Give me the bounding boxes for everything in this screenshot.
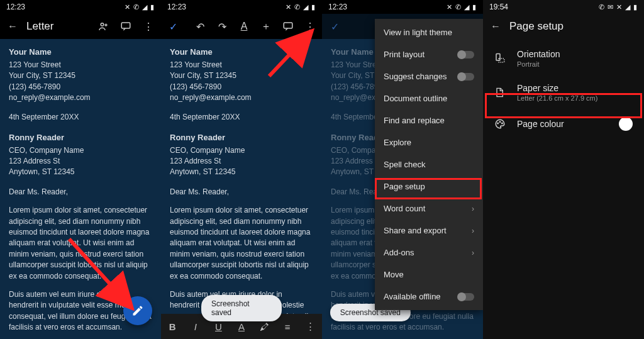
sender-phone: (123) 456-7890 [9,82,152,92]
orientation-icon [494,53,507,64]
menu-suggest-changes[interactable]: Suggest changes [375,65,483,87]
phone-screen-1: 12:23 ✕ ✆ ◢ ▮ ← Letter ⋮ Your Name 123 Y… [0,0,161,339]
toggle-icon[interactable] [458,73,474,81]
redo-icon[interactable]: ↷ [214,18,231,35]
chevron-right-icon: › [472,226,474,235]
share-person-icon[interactable] [94,18,112,35]
sender-street: 123 Your Street [9,60,152,70]
toggle-icon[interactable] [458,293,474,301]
menu-find-replace[interactable]: Find and replace [375,109,483,131]
orientation-value: Portrait [517,60,560,68]
bold-button[interactable]: B [164,321,181,332]
done-check-icon[interactable]: ✓ [326,18,343,35]
annotation-highlight-page-setup [375,178,482,199]
chevron-right-icon: › [472,204,474,213]
palette-icon [494,118,507,130]
svg-point-7 [497,123,499,124]
svg-point-8 [499,121,501,123]
status-bar: 19:54 ✆ ✉ ✕ ◢ ▮ [483,0,644,14]
phone-screen-4: 19:54 ✆ ✉ ✕ ◢ ▮ ← Page setup Orientation… [483,0,644,339]
overflow-menu: View in light theme Print layout Suggest… [375,19,483,310]
chevron-right-icon: › [472,248,474,257]
comment-icon[interactable] [117,18,135,35]
recipient-street: 123 Address St [9,156,152,167]
italic-button[interactable]: I [187,321,204,332]
align-button[interactable]: ≡ [279,321,296,332]
recipient-city: Anytown, ST 12345 [9,167,152,177]
menu-move[interactable]: Move [375,264,483,286]
phone-screen-2: 12:23 ✕ ✆ ◢ ▮ ✓ ↶ ↷ A ＋ ⋮ Your Name 123 … [161,0,322,339]
svg-rect-5 [496,54,500,61]
setting-orientation[interactable]: Orientation Portrait [483,42,644,75]
menu-word-count[interactable]: Word count› [375,197,483,220]
back-button[interactable]: ← [4,18,21,35]
toast-screenshot-saved: Screenshot saved [201,295,282,321]
sender-citystate: Your City, ST 12345 [9,70,152,81]
status-bar: 12:23 ✕ ✆ ◢ ▮ [322,0,483,14]
back-button[interactable]: ← [487,18,504,35]
page-setup-title: Page setup [509,20,640,33]
svg-rect-1 [121,23,130,28]
menu-add-ons[interactable]: Add-ons› [375,242,483,264]
sender-name: Your Name [9,47,152,58]
menu-available-offline[interactable]: Available offline [375,286,483,308]
menu-view-light-theme[interactable]: View in light theme [375,21,483,43]
doc-title: Letter [26,20,89,33]
orientation-label: Orientation [517,49,560,59]
paper-size-label: Paper size [517,83,597,93]
status-time: 12:23 [6,3,25,11]
status-bar: 12:23 ✕ ✆ ◢ ▮ [161,0,322,14]
sender-email: no_reply@example.com [9,92,152,103]
svg-line-2 [69,239,132,308]
letter-date: 4th September 20XX [9,112,152,123]
menu-print-layout[interactable]: Print layout [375,43,483,65]
text-format-icon[interactable]: A [236,18,253,35]
more-menu-icon[interactable]: ⋮ [140,18,157,35]
phone-screen-3: 12:23 ✕ ✆ ◢ ▮ ✓ Your Name 123 Your Stree… [322,0,483,339]
toggle-icon[interactable] [458,51,474,58]
annotation-arrow-overflow [263,26,322,89]
page-colour-label: Page colour [517,119,609,129]
status-time: 12:23 [328,3,347,11]
status-icons: ✕ ✆ ◢ ▮ [125,3,155,11]
status-time: 12:23 [167,3,186,11]
highlight-button[interactable]: 🖍 [256,321,274,332]
status-bar: 12:23 ✕ ✆ ◢ ▮ [0,0,161,14]
menu-document-outline[interactable]: Document outline [375,87,483,109]
settings-list: Orientation Portrait Paper size Letter (… [483,39,644,141]
underline-button[interactable]: U [209,321,227,332]
annotation-highlight-page-colour [485,93,642,118]
text-color-button[interactable]: A [233,321,250,332]
recipient-name: Ronny Reader [9,132,152,144]
svg-point-0 [101,23,104,26]
undo-icon[interactable]: ↶ [192,18,209,35]
menu-share-export[interactable]: Share and export› [375,220,483,242]
menu-spell-check[interactable]: Spell check [375,153,483,175]
page-colour-swatch[interactable] [619,117,633,131]
status-icons: ✕ ✆ ◢ ▮ [447,3,477,11]
status-icons: ✆ ✉ ✕ ◢ ▮ [599,3,638,11]
toolbar-more-button[interactable]: ⋮ [302,321,319,332]
annotation-arrow-fab [63,233,151,327]
greeting: Dear Ms. Reader, [9,187,152,197]
app-bar-settings: ← Page setup [483,14,644,39]
svg-line-4 [269,31,312,76]
status-time: 19:54 [489,3,508,11]
recipient-title: CEO, Company Name [9,145,152,156]
app-bar: ← Letter ⋮ [0,14,161,39]
menu-explore[interactable]: Explore [375,131,483,153]
done-check-icon[interactable]: ✓ [165,18,182,35]
svg-point-9 [502,123,503,124]
status-icons: ✕ ✆ ◢ ▮ [286,3,316,11]
